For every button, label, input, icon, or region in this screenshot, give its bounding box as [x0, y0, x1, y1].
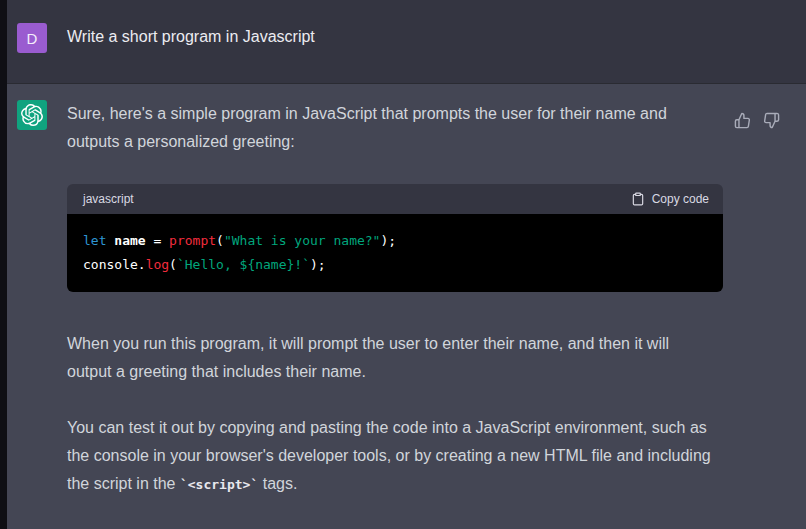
user-avatar: D: [17, 23, 47, 53]
copy-code-label: Copy code: [652, 192, 709, 206]
thumbs-up-icon: [734, 112, 751, 129]
assistant-avatar: [17, 100, 47, 130]
assistant-message-body: Sure, here's a simple program in JavaScr…: [67, 100, 723, 527]
feedback-buttons: [734, 112, 780, 129]
clipboard-icon: [631, 192, 645, 206]
thumbs-down-icon: [763, 112, 780, 129]
copy-code-button[interactable]: Copy code: [631, 192, 709, 206]
code-language-label: javascript: [83, 192, 134, 206]
left-edge-strip: [0, 0, 7, 529]
code-block: javascript Copy code let name = prompt("…: [67, 184, 723, 292]
thumbs-up-button[interactable]: [734, 112, 751, 129]
paragraph-3-text-end: tags.: [258, 475, 297, 492]
code-content: let name = prompt("What is your name?");…: [67, 214, 723, 292]
thumbs-down-button[interactable]: [763, 112, 780, 129]
assistant-paragraph-3: You can test it out by copying and pasti…: [67, 414, 723, 499]
conversation: D Write a short program in Javascript Su…: [7, 0, 806, 529]
openai-logo-icon: [21, 104, 43, 126]
code-lines: let name = prompt("What is your name?");…: [83, 233, 396, 272]
assistant-paragraph-2: When you run this program, it will promp…: [67, 330, 723, 386]
assistant-paragraph-1: Sure, here's a simple program in JavaScr…: [67, 100, 723, 156]
inline-code-script-tag: `<script>`: [180, 477, 258, 492]
user-message-row: D Write a short program in Javascript: [7, 0, 806, 84]
user-message-text: Write a short program in Javascript: [67, 23, 723, 51]
code-block-header: javascript Copy code: [67, 184, 723, 214]
paragraph-3-text: You can test it out by copying and pasti…: [67, 419, 711, 492]
chat-screen: D Write a short program in Javascript Su…: [0, 0, 806, 529]
assistant-message-row: Sure, here's a simple program in JavaScr…: [7, 84, 806, 529]
